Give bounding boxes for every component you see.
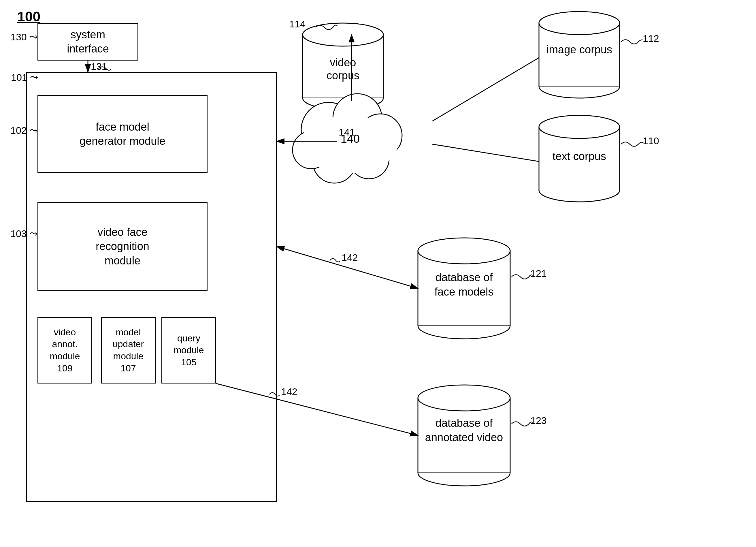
svg-line-39: [432, 58, 539, 121]
svg-point-29: [349, 138, 389, 179]
svg-rect-8: [539, 23, 620, 86]
svg-point-22: [418, 385, 510, 411]
network-cloud: 140: [293, 94, 402, 183]
svg-text:video: video: [330, 56, 356, 69]
video-corpus-cylinder: video corpus 114: [289, 18, 383, 110]
ref-103: 103 ⤳: [10, 228, 37, 239]
video-annot-box: videoannot.module109: [37, 317, 92, 384]
svg-text:131: 131: [91, 61, 107, 72]
face-model-generator-box: face modelgenerator module: [37, 95, 208, 173]
svg-point-4: [303, 23, 383, 46]
query-module-label: querymodule105: [174, 333, 204, 369]
query-module-box: querymodule105: [161, 317, 216, 384]
svg-point-13: [539, 115, 620, 138]
annotated-video-cylinder: database of annotated video 123: [418, 385, 547, 486]
system-interface-box: systeminterface: [37, 23, 138, 61]
svg-point-31: [293, 131, 330, 169]
svg-point-26: [301, 102, 356, 157]
svg-text:112: 112: [643, 33, 659, 44]
svg-line-41: [277, 246, 418, 289]
svg-text:110: 110: [643, 135, 659, 146]
svg-text:142: 142: [342, 252, 358, 263]
svg-text:140: 140: [341, 132, 360, 145]
video-annot-label: videoannot.module109: [50, 327, 80, 374]
svg-text:142: 142: [281, 386, 297, 397]
svg-rect-12: [539, 127, 620, 190]
svg-text:database of: database of: [435, 271, 493, 284]
svg-rect-3: [303, 35, 383, 98]
video-face-recognition-box: video facerecognitionmodule: [37, 202, 208, 291]
model-updater-box: modelupdatermodule107: [101, 317, 156, 384]
svg-point-27: [333, 94, 382, 143]
svg-rect-16: [418, 251, 510, 326]
svg-text:text corpus: text corpus: [553, 150, 606, 162]
video-face-recognition-label: video facerecognitionmodule: [96, 225, 149, 268]
figure-label: 100: [17, 9, 40, 24]
svg-point-9: [539, 12, 620, 35]
svg-point-17: [418, 238, 510, 264]
svg-point-30: [313, 140, 356, 183]
svg-line-40: [432, 144, 539, 161]
svg-text:123: 123: [530, 415, 547, 426]
svg-point-32: [300, 115, 398, 173]
svg-text:face models: face models: [435, 286, 494, 298]
image-corpus-cylinder: image corpus 112: [539, 12, 659, 98]
ref-101: 101 ⤳: [11, 71, 38, 83]
face-model-generator-label: face modelgenerator module: [80, 120, 165, 148]
diagram: 100 101 ⤳ systeminterface 130 ⤳ face mod…: [0, 0, 756, 547]
svg-text:141: 141: [339, 127, 355, 137]
svg-point-28: [359, 114, 402, 157]
svg-text:annotated video: annotated video: [425, 431, 503, 444]
svg-text:corpus: corpus: [327, 69, 359, 82]
svg-text:database of: database of: [435, 417, 493, 429]
face-models-cylinder: database of face models 121: [418, 238, 547, 339]
system-interface-label: systeminterface: [67, 28, 109, 56]
model-updater-label: modelupdatermodule107: [113, 327, 144, 374]
svg-rect-21: [418, 398, 510, 473]
svg-text:121: 121: [530, 268, 547, 279]
ref-130: 130 ⤳: [10, 31, 37, 43]
text-corpus-cylinder: text corpus 110: [539, 115, 659, 202]
svg-text:image corpus: image corpus: [546, 44, 612, 56]
svg-text:114: 114: [289, 18, 306, 29]
ref-102: 102 ⤳: [10, 124, 37, 136]
